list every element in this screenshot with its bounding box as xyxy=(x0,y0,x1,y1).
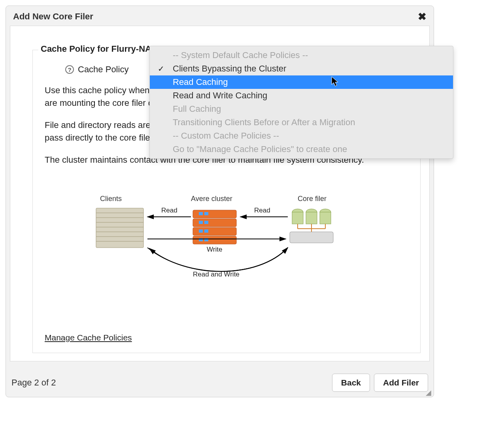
page-indicator: Page 2 of 2 xyxy=(11,378,56,388)
dropdown-option-bypass[interactable]: ✓ Clients Bypassing the Cluster xyxy=(150,62,453,75)
dropdown-group-custom: -- Custom Cache Policies -- xyxy=(150,129,453,143)
diagram-read-label-2: Read xyxy=(254,207,270,214)
svg-rect-20 xyxy=(290,232,333,243)
dropdown-option-full-caching: Full Caching xyxy=(150,102,453,116)
cache-policy-dropdown[interactable]: -- System Default Cache Policies -- ✓ Cl… xyxy=(149,46,453,159)
svg-rect-0 xyxy=(96,208,143,248)
manage-cache-policies-link[interactable]: Manage Cache Policies xyxy=(45,333,132,342)
help-icon[interactable]: ? xyxy=(65,65,74,74)
diagram-write-label: Write xyxy=(207,246,222,254)
add-filer-button[interactable]: Add Filer xyxy=(374,374,428,392)
svg-rect-26 xyxy=(320,212,331,224)
fieldset-legend: Cache Policy for Flurry-NAS xyxy=(38,44,160,54)
diagram-corefiler-label: Core filer xyxy=(298,195,327,203)
svg-rect-12 xyxy=(199,212,203,215)
cache-policy-diagram: Clients Avere cluster Core filer Read Re… xyxy=(92,188,337,291)
footer-buttons: Back Add Filer xyxy=(332,374,428,392)
diagram-avere-label: Avere cluster xyxy=(191,195,232,203)
svg-rect-14 xyxy=(199,221,203,224)
dropdown-option-read-caching[interactable]: Read Caching xyxy=(150,75,453,89)
back-button[interactable]: Back xyxy=(332,374,370,392)
dialog-header: Add New Core Filer ✖ xyxy=(6,6,434,26)
dropdown-option-transitioning: Transitioning Clients Before or After a … xyxy=(150,116,453,129)
dropdown-go-manage: Go to "Manage Cache Policies" to create … xyxy=(150,143,453,156)
dialog-footer: Page 2 of 2 Back Add Filer xyxy=(6,368,434,397)
svg-rect-16 xyxy=(199,229,203,233)
diagram-clients-label: Clients xyxy=(100,195,122,203)
diagram-read-label-1: Read xyxy=(161,207,177,214)
dialog-title: Add New Core Filer xyxy=(13,11,93,22)
svg-rect-24 xyxy=(306,212,317,224)
dropdown-group-system: -- System Default Cache Policies -- xyxy=(150,49,453,62)
svg-rect-17 xyxy=(204,229,208,233)
svg-rect-22 xyxy=(292,212,303,224)
dropdown-option-label: Clients Bypassing the Cluster xyxy=(173,64,286,73)
close-icon[interactable]: ✖ xyxy=(418,11,427,22)
svg-rect-13 xyxy=(204,212,208,215)
checkmark-icon: ✓ xyxy=(158,64,164,73)
cache-policy-label: Cache Policy xyxy=(78,64,128,75)
diagram-readwrite-label: Read and Write xyxy=(193,271,240,278)
svg-rect-15 xyxy=(204,221,208,224)
dropdown-option-read-write-caching[interactable]: Read and Write Caching xyxy=(150,89,453,102)
